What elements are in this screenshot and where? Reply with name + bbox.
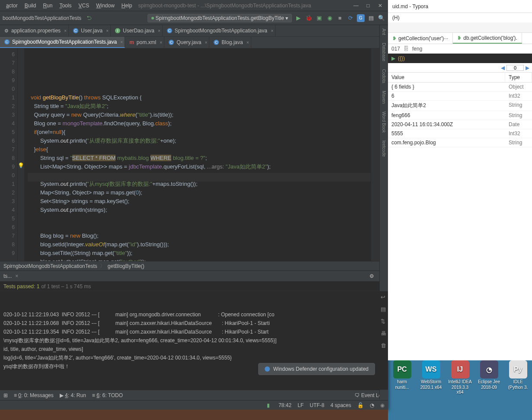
toolwindow-maven[interactable]: Maven — [381, 91, 386, 104]
mongo-tab[interactable]: ❥getCollection('user')··· — [388, 33, 453, 44]
close-icon[interactable]: × — [158, 29, 160, 33]
menu-run[interactable]: Run — [40, 2, 55, 10]
structure-icon[interactable]: ▤ — [367, 14, 375, 22]
close-icon[interactable]: × — [120, 40, 123, 45]
gear-icon[interactable]: ⚙ — [369, 273, 374, 279]
encoding[interactable]: UTF-8 — [310, 402, 324, 408]
desktop-shortcut[interactable]: IJIntelliJ IDEA2019.3.3 x64 — [448, 360, 472, 417]
run-config-selector[interactable]: SpirngbootMongodbTestApplicationTests.ge… — [147, 14, 292, 22]
tab-spirngbootmongodbtestapplicationtests-java[interactable]: CSpirngbootMongodbTestApplicationTests.j… — [0, 37, 125, 48]
notification-balloon[interactable]: Windows Defender configuration updated — [258, 363, 375, 375]
intention-bulb-icon[interactable]: 💡 — [18, 162, 24, 171]
memory-icon[interactable]: ◉ — [380, 402, 385, 408]
menu-window[interactable]: Window — [93, 2, 117, 10]
tab-userdao-java[interactable]: IUserDao.java× — [111, 25, 163, 36]
tab-user-java[interactable]: CUser.java× — [69, 25, 111, 36]
col-type[interactable]: Type — [505, 73, 532, 82]
close-icon[interactable]: × — [106, 29, 109, 33]
minimize-button[interactable]: — — [353, 3, 359, 9]
tab-pom-xml[interactable]: mpom.xml× — [125, 37, 164, 48]
status-run[interactable]: ▶ 4: 4: Run — [60, 392, 86, 398]
indent[interactable]: 4 spaces — [330, 402, 351, 408]
mongo-query-bar[interactable]: ▶ ({}) — [388, 54, 532, 63]
debug-icon[interactable]: 🐞 — [305, 14, 313, 22]
line-sep[interactable]: LF — [298, 402, 304, 408]
col-value[interactable]: Value — [388, 73, 505, 82]
typora-menu[interactable]: (H) — [388, 13, 532, 22]
mongo-db-name[interactable]: feng — [412, 46, 422, 52]
toolwindow-word-book[interactable]: Word Book — [381, 111, 386, 133]
mongo-tab[interactable]: ❥db.getCollection('blog'). — [453, 33, 522, 44]
close-icon[interactable]: × — [205, 40, 207, 45]
soft-wrap-icon[interactable]: ↩ — [381, 293, 386, 302]
typora-title-bar[interactable]: uid.md - Typora — [388, 0, 532, 13]
code-area[interactable]: void getBlogByTitle() throws SQLExceptio… — [24, 48, 371, 261]
vcs-update-icon[interactable]: ⟳ — [346, 14, 354, 22]
toolwindow-database[interactable]: Database — [381, 43, 386, 61]
scroll-icon[interactable]: ⇅ — [381, 317, 386, 326]
tab-application-properties[interactable]: ⚙application.properties× — [0, 25, 69, 36]
inspect-icon[interactable]: ◔ — [370, 402, 374, 408]
toolwindow-leetcode[interactable]: leetcode — [381, 140, 386, 157]
status-todo[interactable]: ≡ 6: 6: TODO — [92, 392, 123, 398]
mongo-run-icon[interactable]: ▶ — [391, 55, 395, 61]
readonly-icon[interactable]: 🔓 — [357, 402, 364, 408]
print-icon[interactable]: 🖶 — [381, 329, 386, 338]
table-row[interactable]: 2020-04-11 16:01:34.000ZDate — [388, 120, 532, 129]
tab-query-java[interactable]: CQuery.java× — [164, 37, 209, 48]
tab-spirngbootmongodbtestapplication-java[interactable]: CSpirngbootMongodbTestApplication.java× — [163, 25, 276, 36]
status-ring-icon[interactable]: ⊞ — [3, 392, 8, 398]
search-icon[interactable]: 🔍 — [378, 14, 385, 22]
mongo-toolbar[interactable] — [388, 22, 532, 33]
page-prev-icon[interactable]: ◀ — [501, 65, 505, 71]
desktop-shortcut[interactable]: WSWebStorm2020.1 x64 — [419, 360, 443, 417]
status-messages[interactable]: ≡ 0: 0: Messages — [14, 392, 54, 398]
maximize-button[interactable]: □ — [365, 3, 371, 9]
close-icon[interactable]: × — [247, 40, 249, 45]
breadcrumb-method[interactable]: getBlogByTitle() — [108, 263, 144, 269]
menu-tools[interactable]: Tools — [57, 2, 74, 10]
profiler-icon[interactable]: ◉ — [326, 14, 333, 22]
table-row[interactable]: 6Int32 — [388, 92, 532, 101]
table-row[interactable]: Java如此简单2String — [388, 101, 532, 111]
table-row[interactable]: { 6 fields }Object — [388, 83, 532, 92]
close-button[interactable]: ✕ — [378, 3, 383, 9]
trash-icon[interactable]: 🗑 — [381, 341, 386, 350]
caret-pos[interactable]: 78:42 — [279, 402, 292, 408]
breadcrumb-top[interactable]: bootMongodbTestApplicationTests — [3, 15, 81, 21]
run-left-arrow-icon[interactable]: ⮌ — [87, 15, 92, 21]
stop-icon[interactable]: ■ — [336, 14, 344, 22]
translate-icon[interactable]: G — [357, 14, 365, 22]
table-row[interactable]: com.feng.pojo.BlogString — [388, 138, 532, 147]
page-input[interactable] — [506, 65, 524, 71]
run-panel-header[interactable]: ts... × ⚙ — — [0, 270, 388, 282]
toolwindow-codota[interactable]: Codota — [381, 69, 386, 83]
close-icon[interactable]: × — [160, 40, 162, 45]
desktop-shortcut[interactable]: PCharmnuniti... — [390, 360, 414, 417]
breadcrumb-class[interactable]: SpirngbootMongodbTestApplicationTests — [3, 263, 97, 269]
menu-vcs[interactable]: VCS — [76, 2, 92, 10]
menu-actor[interactable]: actor — [3, 2, 20, 10]
close-icon[interactable]: × — [271, 29, 273, 33]
table-row[interactable]: 5555Int32 — [388, 129, 532, 138]
run-icon[interactable]: ▶ — [295, 14, 302, 22]
page-next-icon[interactable]: ▶ — [526, 65, 529, 71]
interface-icon: I — [115, 28, 120, 33]
tab-label: SpirngbootMongodbTestApplication.java — [175, 28, 267, 34]
coverage-icon[interactable]: ▣ — [315, 14, 323, 22]
typora-menu-tail[interactable]: (H) — [392, 15, 400, 21]
title-bar[interactable]: actorBuildRunToolsVCSWindowHelp spirngbo… — [0, 0, 388, 11]
desktop-shortcut[interactable]: PyIDLE(Python 3. — [506, 360, 530, 417]
menu-build[interactable]: Build — [22, 2, 39, 10]
book-icon[interactable]: ▤ — [381, 305, 386, 314]
editor-breadcrumb[interactable]: SpirngbootMongodbTestApplicationTests 〉 … — [0, 261, 388, 270]
table-row[interactable]: feng666String — [388, 111, 532, 120]
tests-passed-rest: of 1 test – 1 s 745 ms — [41, 283, 91, 290]
desktop-shortcut[interactable]: ◔Eclipse Jee2018-09 — [477, 360, 501, 417]
run-panel-close-icon[interactable]: × — [15, 273, 18, 279]
menu-help[interactable]: Help — [119, 2, 135, 10]
close-icon[interactable]: × — [64, 29, 67, 33]
run-panel-tab[interactable]: ts... — [3, 273, 12, 279]
toolwindow-ant[interactable]: Ant — [381, 29, 386, 35]
tab-blog-java[interactable]: CBlog.java× — [209, 37, 251, 48]
